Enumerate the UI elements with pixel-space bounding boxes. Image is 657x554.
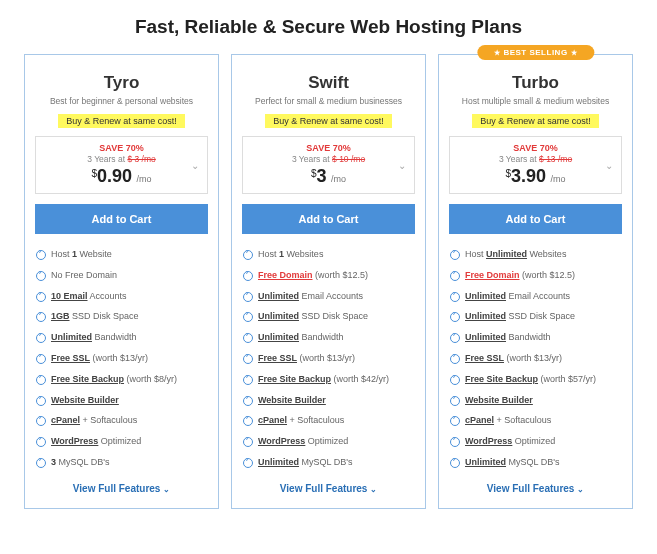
chevron-down-icon: ⌄: [398, 160, 406, 171]
chevron-down-icon: ⌄: [577, 485, 584, 494]
feature-item: Unlimited Bandwidth: [449, 327, 622, 348]
price: $3.90 /mo: [458, 166, 613, 187]
chevron-down-icon: ⌄: [163, 485, 170, 494]
view-full-features-link[interactable]: View Full Features ⌄: [35, 483, 208, 494]
feature-item: Free SSL (worth $13/yr): [35, 348, 208, 369]
chevron-down-icon: ⌄: [605, 160, 613, 171]
feature-item: Website Builder: [35, 390, 208, 411]
feature-item: cPanel + Softaculous: [35, 410, 208, 431]
feature-item: Website Builder: [449, 390, 622, 411]
plan-turbo: BEST SELLINGTurboHost multiple small & m…: [438, 54, 633, 509]
price-selector[interactable]: SAVE 70%3 Years at $ 3 /mo$0.90 /mo⌄: [35, 136, 208, 194]
feature-item: Unlimited Email Accounts: [242, 286, 415, 307]
feature-list: Host 1 WebsitesFree Domain (worth $12.5)…: [242, 244, 415, 473]
term-row: 3 Years at $ 3 /mo: [44, 154, 199, 164]
feature-item: Free SSL (worth $13/yr): [449, 348, 622, 369]
feature-item: cPanel + Softaculous: [242, 410, 415, 431]
price: $3 /mo: [251, 166, 406, 187]
plan-name: Turbo: [449, 73, 622, 93]
feature-item: Free Site Backup (worth $42/yr): [242, 369, 415, 390]
save-label: SAVE 70%: [44, 143, 199, 153]
feature-item: Free Domain (worth $12.5): [242, 265, 415, 286]
plans-container: TyroBest for beginner & personal website…: [0, 54, 657, 509]
term-row: 3 Years at $ 13 /mo: [458, 154, 613, 164]
feature-item: WordPress Optimized: [35, 431, 208, 452]
feature-item: Website Builder: [242, 390, 415, 411]
add-to-cart-button[interactable]: Add to Cart: [449, 204, 622, 234]
save-label: SAVE 70%: [458, 143, 613, 153]
save-label: SAVE 70%: [251, 143, 406, 153]
feature-item: Host 1 Website: [35, 244, 208, 265]
feature-item: Host Unlimited Websites: [449, 244, 622, 265]
promo-tag: Buy & Renew at same cost!: [58, 114, 185, 128]
feature-item: Free Site Backup (worth $57/yr): [449, 369, 622, 390]
plan-tyro: TyroBest for beginner & personal website…: [24, 54, 219, 509]
promo-tag: Buy & Renew at same cost!: [265, 114, 392, 128]
view-full-features-link[interactable]: View Full Features ⌄: [449, 483, 622, 494]
feature-item: Unlimited MySQL DB's: [242, 452, 415, 473]
feature-item: 10 Email Accounts: [35, 286, 208, 307]
feature-item: WordPress Optimized: [449, 431, 622, 452]
feature-item: Free SSL (worth $13/yr): [242, 348, 415, 369]
plan-description: Best for beginner & personal websites: [35, 96, 208, 106]
add-to-cart-button[interactable]: Add to Cart: [35, 204, 208, 234]
feature-item: Unlimited SSD Disk Space: [449, 306, 622, 327]
feature-item: Free Domain (worth $12.5): [449, 265, 622, 286]
feature-item: Unlimited SSD Disk Space: [242, 306, 415, 327]
feature-item: 1GB SSD Disk Space: [35, 306, 208, 327]
feature-item: Unlimited Email Accounts: [449, 286, 622, 307]
price-selector[interactable]: SAVE 70%3 Years at $ 10 /mo$3 /mo⌄: [242, 136, 415, 194]
plan-name: Tyro: [35, 73, 208, 93]
add-to-cart-button[interactable]: Add to Cart: [242, 204, 415, 234]
chevron-down-icon: ⌄: [370, 485, 377, 494]
best-selling-badge: BEST SELLING: [477, 45, 594, 60]
feature-list: Host Unlimited WebsitesFree Domain (wort…: [449, 244, 622, 473]
feature-item: Unlimited Bandwidth: [35, 327, 208, 348]
feature-item: Unlimited MySQL DB's: [449, 452, 622, 473]
feature-item: Host 1 Websites: [242, 244, 415, 265]
feature-item: Unlimited Bandwidth: [242, 327, 415, 348]
plan-swift: SwiftPerfect for small & medium business…: [231, 54, 426, 509]
feature-item: WordPress Optimized: [242, 431, 415, 452]
feature-list: Host 1 WebsiteNo Free Domain10 Email Acc…: [35, 244, 208, 473]
feature-item: Free Site Backup (worth $8/yr): [35, 369, 208, 390]
price: $0.90 /mo: [44, 166, 199, 187]
price-selector[interactable]: SAVE 70%3 Years at $ 13 /mo$3.90 /mo⌄: [449, 136, 622, 194]
feature-item: No Free Domain: [35, 265, 208, 286]
feature-item: 3 MySQL DB's: [35, 452, 208, 473]
plan-name: Swift: [242, 73, 415, 93]
promo-tag: Buy & Renew at same cost!: [472, 114, 599, 128]
feature-item: cPanel + Softaculous: [449, 410, 622, 431]
view-full-features-link[interactable]: View Full Features ⌄: [242, 483, 415, 494]
plan-description: Perfect for small & medium businesses: [242, 96, 415, 106]
chevron-down-icon: ⌄: [191, 160, 199, 171]
plan-description: Host multiple small & medium websites: [449, 96, 622, 106]
page-heading: Fast, Reliable & Secure Web Hosting Plan…: [0, 16, 657, 38]
term-row: 3 Years at $ 10 /mo: [251, 154, 406, 164]
